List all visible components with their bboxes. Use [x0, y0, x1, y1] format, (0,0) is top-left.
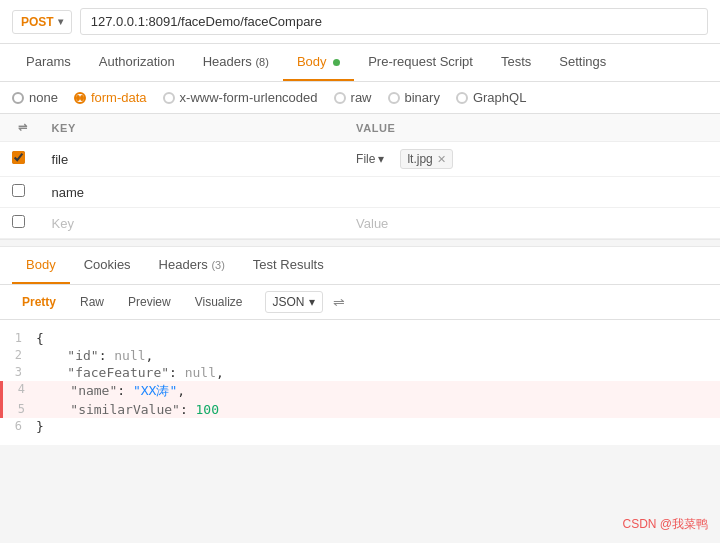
section-divider: [0, 239, 720, 247]
response-section: Body Cookies Headers (3) Test Results Pr…: [0, 247, 720, 445]
body-dot: [333, 59, 340, 66]
code-line-6: 6 }: [0, 418, 720, 435]
value-cell-name: [344, 177, 720, 208]
response-tab-body[interactable]: Body: [12, 247, 70, 284]
row-checkbox-file[interactable]: [0, 142, 40, 177]
tab-authorization[interactable]: Authorization: [85, 44, 189, 81]
response-tab-cookies[interactable]: Cookies: [70, 247, 145, 284]
line-content-4: "name": "XX涛",: [39, 382, 720, 400]
tab-settings[interactable]: Settings: [545, 44, 620, 81]
th-checkbox: ⇌: [0, 114, 40, 142]
view-btn-visualize[interactable]: Visualize: [185, 291, 253, 313]
key-cell-name: name: [40, 177, 345, 208]
line-num-4: 4: [3, 382, 39, 396]
form-table: ⇌ KEY VALUE file File ▾: [0, 114, 720, 239]
key-cell-file: file: [40, 142, 345, 177]
url-bar: POST ▾: [0, 0, 720, 44]
key-cell-new[interactable]: Key: [40, 208, 345, 239]
file-dropdown-chevron-icon: ▾: [378, 152, 384, 166]
radio-formdata[interactable]: form-data: [74, 90, 147, 105]
code-line-3: 3 "faceFeature": null,: [0, 364, 720, 381]
line-num-5: 5: [3, 402, 39, 416]
code-line-2: 2 "id": null,: [0, 347, 720, 364]
line-content-2: "id": null,: [36, 348, 720, 363]
value-cell-content-file: File ▾ lt.jpg ✕: [356, 149, 708, 169]
method-chevron-icon: ▾: [58, 16, 63, 27]
line-num-6: 6: [0, 419, 36, 433]
body-type-row: none form-data x-www-form-urlencoded raw…: [0, 82, 720, 114]
code-viewer: 1 { 2 "id": null, 3 "faceFeature": null,…: [0, 320, 720, 445]
file-tag-close-icon[interactable]: ✕: [437, 153, 446, 166]
table-row-new: Key Value: [0, 208, 720, 239]
url-input[interactable]: [80, 8, 708, 35]
checkbox-name[interactable]: [12, 184, 25, 197]
radio-raw[interactable]: raw: [334, 90, 372, 105]
code-line-5: 5 "similarValue": 100: [0, 401, 720, 418]
radio-dot-binary: [388, 92, 400, 104]
line-content-3: "faceFeature": null,: [36, 365, 720, 380]
code-line-1: 1 {: [0, 330, 720, 347]
radio-urlencoded[interactable]: x-www-form-urlencoded: [163, 90, 318, 105]
line-content-5: "similarValue": 100: [39, 402, 720, 417]
value-cell-new[interactable]: Value: [344, 208, 720, 239]
view-options-row: Pretty Raw Preview Visualize JSON ▾ ⇌: [0, 285, 720, 320]
radio-dot-urlencoded: [163, 92, 175, 104]
tab-headers[interactable]: Headers (8): [189, 44, 283, 81]
row-checkbox-new[interactable]: [0, 208, 40, 239]
table-row: file File ▾ lt.jpg ✕: [0, 142, 720, 177]
key-text-name: name: [52, 185, 85, 200]
key-placeholder: Key: [52, 216, 74, 231]
row-checkbox-name[interactable]: [0, 177, 40, 208]
value-cell-file: File ▾ lt.jpg ✕: [344, 142, 720, 177]
json-chevron-icon: ▾: [309, 295, 315, 309]
radio-dot-graphql: [456, 92, 468, 104]
checkbox-file[interactable]: [12, 151, 25, 164]
sort-icon[interactable]: ⇌: [333, 294, 345, 310]
row-filter-icon: ⇌: [12, 121, 28, 134]
tab-tests[interactable]: Tests: [487, 44, 545, 81]
radio-dot-raw: [334, 92, 346, 104]
view-btn-preview[interactable]: Preview: [118, 291, 181, 313]
method-label: POST: [21, 15, 54, 29]
tab-prerequest[interactable]: Pre-request Script: [354, 44, 487, 81]
key-text-file: file: [52, 152, 69, 167]
th-key: KEY: [40, 114, 345, 142]
tab-body[interactable]: Body: [283, 44, 354, 81]
radio-none[interactable]: none: [12, 90, 58, 105]
file-tag: lt.jpg ✕: [400, 149, 452, 169]
view-btn-pretty[interactable]: Pretty: [12, 291, 66, 313]
headers-badge: (8): [255, 56, 268, 68]
method-select[interactable]: POST ▾: [12, 10, 72, 34]
json-format-select[interactable]: JSON ▾: [265, 291, 323, 313]
response-tab-testresults[interactable]: Test Results: [239, 247, 338, 284]
line-num-1: 1: [0, 331, 36, 345]
value-placeholder: Value: [356, 216, 388, 231]
line-num-3: 3: [0, 365, 36, 379]
th-value: VALUE: [344, 114, 720, 142]
response-tab-headers[interactable]: Headers (3): [145, 247, 239, 284]
code-line-4: 4 "name": "XX涛",: [0, 381, 720, 401]
line-content-6: }: [36, 419, 720, 434]
table-row: name: [0, 177, 720, 208]
checkbox-new[interactable]: [12, 215, 25, 228]
file-dropdown[interactable]: File ▾: [356, 152, 384, 166]
radio-graphql[interactable]: GraphQL: [456, 90, 526, 105]
line-num-2: 2: [0, 348, 36, 362]
main-tab-nav: Params Authorization Headers (8) Body Pr…: [0, 44, 720, 82]
radio-binary[interactable]: binary: [388, 90, 440, 105]
view-btn-raw[interactable]: Raw: [70, 291, 114, 313]
radio-dot-none: [12, 92, 24, 104]
line-content-1: {: [36, 331, 720, 346]
radio-dot-formdata: [74, 92, 86, 104]
response-tab-nav: Body Cookies Headers (3) Test Results: [0, 247, 720, 285]
tab-params[interactable]: Params: [12, 44, 85, 81]
